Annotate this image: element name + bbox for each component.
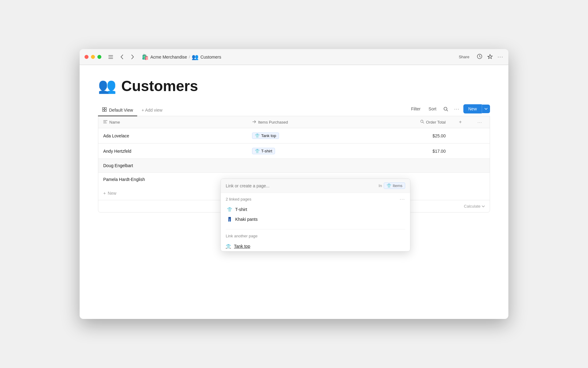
svg-rect-2 [108,58,113,59]
row2-add-col [450,144,470,159]
svg-rect-0 [108,55,113,56]
page-header: 👥 Customers [98,77,490,94]
items-badge-label: Items [393,183,402,188]
svg-point-9 [421,120,423,123]
table-header-row: Name Items Purchased [98,116,490,128]
svg-rect-1 [108,57,113,57]
new-record-button[interactable]: New [463,104,482,113]
toolbar-actions: Filter Sort ··· New [408,104,490,116]
dropdown-divider [226,229,405,229]
row3-more-col [470,159,490,173]
add-row-label: New [108,191,116,196]
back-button[interactable] [117,53,126,61]
add-view-button[interactable]: + Add view [137,105,167,116]
nav-controls [106,53,137,61]
new-record-dropdown-button[interactable] [482,105,490,113]
calculate-chevron-icon [482,204,485,209]
khaki-label: Khaki pants [235,217,258,222]
linked-pages-section: 2 linked pages ··· 👕 T-shirt 👖 Khaki pan… [221,193,410,228]
items-column-header: Items Purchased [247,116,372,128]
row3-total [372,159,451,173]
row1-total: $25.00 [372,128,451,144]
view-toolbar: Default View + Add view Filter Sort ··· … [98,104,490,116]
row1-items[interactable]: 👕 Tank top [247,128,372,144]
row2-name[interactable]: Andy Hertzfeld [98,144,247,159]
default-view-tab[interactable]: Default View [98,104,137,116]
breadcrumb-app-name[interactable]: Acme Merchandise [150,55,187,59]
table-row: Ada Lovelace 👕 Tank top $25.00 [98,128,490,144]
item-tag-tanktop-1[interactable]: 👕 Tank top [252,132,279,139]
new-button-group: New [463,104,490,113]
tshirt-icon: 👕 [255,149,260,153]
tanktop-icon-1: 👕 [255,133,260,138]
linked-pages-more-button[interactable]: ··· [400,197,405,201]
total-column-header: Order Total [372,116,451,128]
main-content: 👥 Customers Default View + Add view Filt… [80,65,508,319]
tshirt-label: T-shirt [261,149,272,153]
more-options-icon[interactable]: ··· [498,54,503,60]
page-title: Customers [121,78,198,94]
view-tab-label: Default View [109,108,133,113]
items-badge-icon: 👕 [386,183,391,188]
svg-rect-6 [103,110,104,112]
total-column-label: Order Total [426,120,446,125]
items-badge[interactable]: 👕 Items [384,182,405,189]
add-row-icon: + [103,190,106,196]
linked-pages-header: 2 linked pages ··· [226,197,405,201]
titlebar-right-actions: Share ··· [456,53,503,60]
tanktop-link-icon: 👕 [226,244,231,249]
share-button[interactable]: Share [456,53,472,60]
item-tag-tshirt[interactable]: 👕 T-shirt [252,148,275,154]
star-icon[interactable] [487,54,493,60]
more-options-button[interactable]: ··· [452,104,462,113]
row3-add-col [450,159,470,173]
text-field-icon [103,120,107,125]
breadcrumb-page-name[interactable]: Customers [200,55,221,59]
name-column-header: Name [98,116,247,128]
row3-items[interactable] [247,159,372,173]
app-icon: 🛍️ [142,54,149,60]
filter-button[interactable]: Filter [408,105,424,113]
maximize-button[interactable] [97,55,101,59]
search-button[interactable] [441,104,450,113]
linked-page-khaki[interactable]: 👖 Khaki pants [226,214,405,224]
linked-page-tshirt[interactable]: 👕 T-shirt [226,205,405,214]
forward-button[interactable] [128,53,137,61]
svg-rect-5 [105,108,107,109]
link-another-tanktop[interactable]: 👕 Tank top [221,241,410,251]
dropdown-in-badge: In 👕 Items [379,182,405,189]
linked-pages-count: 2 linked pages [226,197,251,201]
row3-name[interactable]: Doug Engelbart [98,159,247,173]
row2-more-col [470,144,490,159]
titlebar: 🛍️ Acme Merchandise / 👥 Customers Share … [80,49,508,65]
tanktop-label-1: Tank top [261,133,276,138]
grid-icon [102,107,107,113]
link-search-input[interactable] [226,183,379,188]
table-body: Ada Lovelace 👕 Tank top $25.00 [98,128,490,186]
breadcrumb-separator: / [189,55,190,59]
total-search-icon [420,120,424,125]
sidebar-toggle-button[interactable] [106,53,115,61]
minimize-button[interactable] [91,55,95,59]
tshirt-linked-icon: 👕 [227,207,232,212]
tanktop-link-label: Tank top [234,244,250,249]
row2-items[interactable]: 👕 T-shirt [247,144,372,159]
row4-more-col [470,173,490,186]
table-row: Andy Hertzfeld 👕 T-shirt $17.00 [98,144,490,159]
row1-more-col [470,128,490,144]
history-icon[interactable] [477,54,482,60]
close-button[interactable] [85,55,89,59]
sort-button[interactable]: Sort [425,105,439,113]
dropdown-search-row: In 👕 Items [221,179,410,193]
add-column-button[interactable]: + [450,116,470,128]
row4-add-col [450,173,470,186]
calculate-label: Calculate [464,204,481,209]
column-options-button[interactable]: ··· [470,116,490,128]
row1-add-col [450,128,470,144]
svg-rect-7 [105,110,107,112]
khaki-icon: 👖 [227,217,232,222]
breadcrumb-page-icon: 👥 [192,54,198,60]
tshirt-linked-label: T-shirt [235,207,247,212]
breadcrumb: 🛍️ Acme Merchandise / 👥 Customers [142,54,456,60]
row1-name[interactable]: Ada Lovelace [98,128,247,144]
